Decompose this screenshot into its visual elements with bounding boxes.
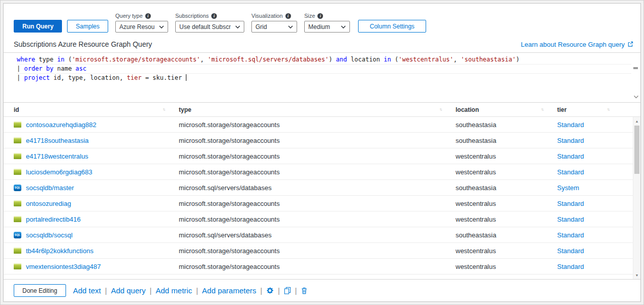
add-metric-link[interactable]: Add metric — [155, 286, 192, 295]
location-cell: southeastasia — [456, 121, 557, 129]
trash-icon[interactable] — [301, 287, 308, 294]
id-cell: contosoazurehqdiag882 — [14, 121, 179, 129]
tier-cell: Standard — [557, 216, 632, 223]
table-row[interactable]: e41718westcentralusmicrosoft.storage/sto… — [4, 148, 640, 164]
info-icon[interactable]: i — [211, 13, 217, 19]
learn-resource-graph-link[interactable]: Learn about Resource Graph query — [521, 41, 633, 48]
tier-link[interactable]: Standard — [557, 200, 584, 207]
table-row[interactable]: e41718southeastasiamicrosoft.storage/sto… — [4, 133, 640, 148]
storage-account-icon — [14, 248, 21, 254]
location-cell: westcentralus — [456, 152, 557, 160]
column-header-type[interactable]: type ↑↓ — [179, 103, 456, 116]
sql-database-icon: sql — [14, 185, 21, 191]
resource-id-link[interactable]: portalredirectib416 — [26, 216, 81, 223]
sort-icon[interactable]: ↑↓ — [439, 107, 441, 112]
resource-id-link[interactable]: socsqldb/master — [26, 184, 74, 192]
table-row[interactable]: tb44r6lp2kokkfunctionsmicrosoft.storage/… — [4, 243, 640, 259]
query-editor[interactable]: where type in ('microsoft.storage/storag… — [4, 52, 640, 102]
size-select[interactable]: Medium — [304, 21, 350, 33]
resource-id-link[interactable]: tb44r6lp2kokkfunctions — [26, 247, 93, 255]
visualization-value: Grid — [255, 23, 283, 30]
type-cell: microsoft.storage/storageaccounts — [179, 263, 456, 270]
info-icon[interactable]: i — [145, 13, 151, 19]
sort-icon[interactable]: ↑↓ — [163, 107, 165, 112]
tier-link[interactable]: Standard — [557, 121, 584, 129]
resource-id-link[interactable]: contosoazurehqdiag882 — [26, 121, 96, 129]
id-cell: tb44r6lp2kokkfunctions — [14, 247, 179, 255]
table-row[interactable]: sqlsocsqldb/socsqlmicrosoft.sql/servers/… — [4, 227, 640, 243]
info-icon[interactable]: i — [285, 13, 291, 19]
editor-scroll-down-icon[interactable] — [633, 93, 639, 100]
location-cell: westcentralus — [456, 200, 557, 207]
table-row[interactable]: luciosdemo6rgdiag683microsoft.storage/st… — [4, 164, 640, 180]
table-row[interactable]: ontosozurediagmicrosoft.storage/storagea… — [4, 196, 640, 211]
editor-scroll-thumb[interactable] — [633, 67, 638, 69]
chevron-down-icon — [235, 25, 240, 28]
storage-account-icon — [14, 169, 21, 175]
tier-cell: Standard — [557, 263, 632, 270]
tier-link[interactable]: Standard — [557, 247, 584, 255]
resource-id-link[interactable]: vmextensiontest3diag487 — [26, 263, 101, 270]
tier-link[interactable]: Standard — [557, 168, 584, 176]
table-row[interactable]: portalredirectib416microsoft.storage/sto… — [4, 211, 640, 227]
id-cell: ontosozurediag — [14, 200, 179, 207]
tier-cell: System — [557, 184, 632, 192]
table-row[interactable]: vmextensiontest3diag487microsoft.storage… — [4, 259, 640, 274]
info-icon[interactable]: i — [317, 13, 323, 19]
size-label: Size — [304, 13, 315, 19]
resource-id-link[interactable]: e41718southeastasia — [26, 137, 89, 144]
storage-account-icon — [14, 263, 21, 269]
external-link-icon — [627, 41, 633, 47]
tier-link[interactable]: Standard — [557, 263, 584, 270]
tier-link[interactable]: Standard — [557, 231, 584, 239]
visualization-select[interactable]: Grid — [251, 21, 297, 33]
column-settings-button[interactable]: Column Settings — [358, 20, 426, 33]
sort-icon[interactable]: ↑↓ — [541, 107, 543, 112]
storage-account-icon — [14, 121, 21, 128]
subscriptions-select[interactable]: Use default Subscrip... — [175, 21, 244, 33]
tier-link[interactable]: Standard — [557, 152, 584, 160]
id-cell: vmextensiontest3diag487 — [14, 263, 179, 270]
tier-cell: Standard — [557, 247, 632, 255]
resource-id-link[interactable]: ontosozurediag — [26, 200, 71, 207]
column-header-location[interactable]: location ↑↓ — [456, 103, 557, 116]
location-cell: westcentralus — [456, 263, 557, 270]
add-parameters-link[interactable]: Add parameters — [202, 286, 256, 295]
settings-gear-icon[interactable] — [266, 287, 274, 294]
sort-icon[interactable]: ↑↓ — [607, 107, 609, 112]
type-cell: microsoft.storage/storageaccounts — [179, 168, 456, 176]
run-query-button[interactable]: Run Query — [14, 20, 62, 33]
tier-link[interactable]: System — [557, 184, 579, 192]
storage-account-icon — [14, 137, 21, 143]
type-cell: microsoft.storage/storageaccounts — [179, 121, 456, 129]
column-header-id[interactable]: id ↑↓ — [14, 103, 179, 116]
add-query-link[interactable]: Add query — [111, 286, 145, 295]
editor-scrollbar[interactable] — [633, 53, 639, 102]
table-row[interactable]: sqlsocsqldb/mastermicrosoft.sql/servers/… — [4, 180, 640, 196]
samples-button[interactable]: Samples — [67, 20, 108, 33]
separator: | — [196, 287, 198, 295]
done-editing-button[interactable]: Done Editing — [14, 284, 66, 297]
tier-cell: Standard — [557, 168, 632, 176]
subscriptions-group: Subscriptions i Use default Subscrip... — [175, 13, 244, 33]
tier-link[interactable]: Standard — [557, 216, 584, 223]
chevron-down-icon — [159, 25, 164, 28]
scroll-up-icon[interactable]: ▲ — [633, 117, 640, 125]
resource-id-link[interactable]: luciosdemo6rgdiag683 — [26, 168, 92, 176]
add-text-link[interactable]: Add text — [73, 286, 101, 295]
copy-icon[interactable] — [284, 287, 291, 294]
location-cell: westcentralus — [456, 216, 557, 223]
resource-id-link[interactable]: socsqldb/socsql — [26, 231, 73, 239]
tier-link[interactable]: Standard — [557, 137, 584, 144]
scroll-down-icon[interactable]: ▼ — [633, 271, 640, 279]
query-type-select[interactable]: Azure Resourc... — [115, 21, 168, 33]
grid-scrollbar[interactable]: ▲ ▼ — [633, 117, 640, 279]
location-cell: westcentralus — [456, 247, 557, 255]
table-row[interactable]: contosoazurehqdiag882microsoft.storage/s… — [4, 117, 640, 133]
visualization-label: Visualization — [251, 13, 283, 19]
query-widget-panel: Run Query Samples Query type i Azure Res… — [3, 3, 641, 302]
column-header-tier[interactable]: tier ↑↓ — [557, 103, 632, 116]
type-cell: microsoft.storage/storageaccounts — [179, 152, 456, 160]
resource-id-link[interactable]: e41718westcentralus — [26, 152, 88, 160]
grid-scroll-thumb[interactable] — [634, 126, 639, 174]
